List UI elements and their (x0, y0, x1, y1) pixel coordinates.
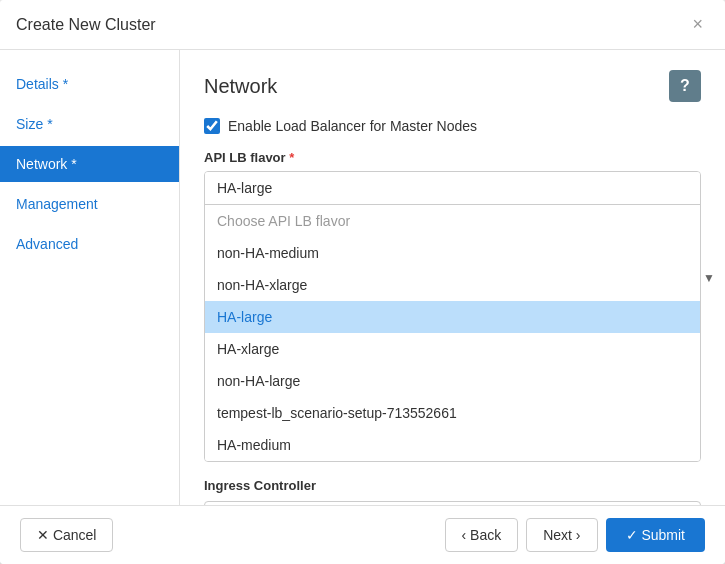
api-lb-option-tempest[interactable]: tempest-lb_scenario-setup-713552661 (205, 397, 700, 429)
api-lb-option-ha-medium[interactable]: HA-medium (205, 429, 700, 461)
next-button[interactable]: Next › (526, 518, 597, 552)
modal-body: Details * Size * Network * Management Ad… (0, 50, 725, 505)
api-lb-dropdown[interactable]: HA-large ▼ Choose API LB flavor non-HA-m… (204, 171, 701, 462)
api-lb-option-ha-large[interactable]: HA-large (205, 301, 700, 333)
ingress-dropdown[interactable]: NGINX (204, 501, 701, 505)
api-lb-option-non-ha-medium[interactable]: non-HA-medium (205, 237, 700, 269)
enable-lb-checkbox[interactable] (204, 118, 220, 134)
cancel-button[interactable]: ✕ Cancel (20, 518, 113, 552)
back-button[interactable]: ‹ Back (445, 518, 519, 552)
close-button[interactable]: × (686, 12, 709, 37)
sidebar-item-size[interactable]: Size * (0, 106, 179, 142)
enable-lb-row: Enable Load Balancer for Master Nodes (204, 118, 701, 134)
modal-footer: ✕ Cancel ‹ Back Next › ✓ Submit (0, 505, 725, 564)
api-lb-option-non-ha-large[interactable]: non-HA-large (205, 365, 700, 397)
section-title: Network (204, 75, 277, 98)
sidebar-item-advanced[interactable]: Advanced (0, 226, 179, 262)
submit-button[interactable]: ✓ Submit (606, 518, 705, 552)
api-lb-option-placeholder[interactable]: Choose API LB flavor (205, 205, 700, 237)
api-lb-selected-value[interactable]: HA-large ▼ (205, 172, 700, 205)
create-cluster-modal: Create New Cluster × Details * Size * Ne… (0, 0, 725, 564)
sidebar: Details * Size * Network * Management Ad… (0, 50, 180, 505)
api-lb-option-ha-xlarge[interactable]: HA-xlarge (205, 333, 700, 365)
section-header: Network ? (204, 70, 701, 102)
ingress-dropdown-container: NGINX ▼ (204, 501, 701, 505)
sidebar-item-management[interactable]: Management (0, 186, 179, 222)
ingress-label: Ingress Controller (204, 478, 701, 493)
sidebar-item-details[interactable]: Details * (0, 66, 179, 102)
modal-header: Create New Cluster × (0, 0, 725, 50)
api-lb-label: API LB flavor * (204, 150, 701, 165)
enable-lb-label: Enable Load Balancer for Master Nodes (228, 118, 477, 134)
navigation-buttons: ‹ Back Next › ✓ Submit (445, 518, 706, 552)
api-lb-options-list: Choose API LB flavor non-HA-medium non-H… (205, 205, 700, 461)
help-button[interactable]: ? (669, 70, 701, 102)
sidebar-item-network[interactable]: Network * (0, 146, 179, 182)
api-lb-option-non-ha-xlarge[interactable]: non-HA-xlarge (205, 269, 700, 301)
main-content: Network ? Enable Load Balancer for Maste… (180, 50, 725, 505)
modal-title: Create New Cluster (16, 16, 156, 34)
